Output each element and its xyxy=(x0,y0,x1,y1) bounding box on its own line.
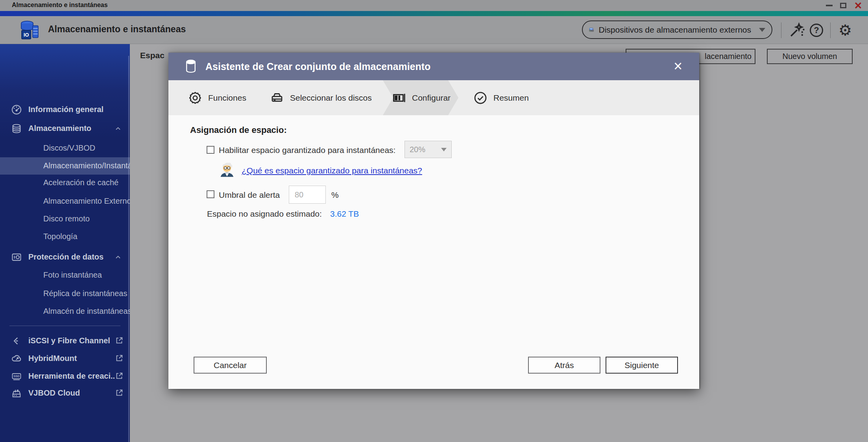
sidebar-item-almacenamiento-instantaneas[interactable]: Almacenamiento/Instantá... xyxy=(0,157,130,175)
gauge-icon xyxy=(11,104,22,115)
external-link-icon xyxy=(115,389,124,397)
disk-drive-icon xyxy=(270,91,284,105)
partition-icon xyxy=(392,91,406,105)
professor-help-icon xyxy=(219,161,235,178)
wizard-steps-bar: Funciones Seleccionar los discos Configu… xyxy=(168,80,699,115)
guaranteed-snapshot-space-checkbox[interactable] xyxy=(207,146,214,154)
disks-icon xyxy=(11,123,22,134)
ssd-drive-icon: SSD xyxy=(11,371,22,382)
chevron-down-icon xyxy=(759,28,765,32)
what-is-guaranteed-space-link[interactable]: ¿Qué es espacio garantizado para instant… xyxy=(242,166,422,175)
header-divider xyxy=(781,22,781,38)
chevron-up-icon xyxy=(114,125,122,133)
gear-icon: ⚙ xyxy=(838,22,852,39)
maximize-button[interactable] xyxy=(838,0,848,11)
svg-text:IO: IO xyxy=(24,32,29,38)
page-heading-partial: Espac xyxy=(140,51,164,60)
guaranteed-space-percent-value: 20% xyxy=(410,145,441,154)
check-circle-icon xyxy=(473,91,488,105)
external-link-icon xyxy=(115,336,124,345)
sidebar-item-almacenamiento-externo[interactable]: Almacenamiento Externo xyxy=(0,193,130,210)
guaranteed-snapshot-space-label: Habilitar espacio garantizado para insta… xyxy=(219,145,395,155)
storage-pool-icon xyxy=(185,59,197,74)
dialog-title: Asistente de Crear conjunto de almacenam… xyxy=(205,61,430,72)
alert-threshold-checkbox[interactable] xyxy=(207,190,214,198)
minimize-button[interactable] xyxy=(824,0,834,11)
alert-threshold-label: Umbral de alerta xyxy=(219,190,280,200)
sidebar-item-replica-instantaneas[interactable]: Réplica de instantáneas xyxy=(0,285,130,302)
cloud-sync-icon xyxy=(11,353,22,364)
question-mark-icon: ? xyxy=(810,24,823,37)
sidebar-item-herramienta-creacion[interactable]: SSD Herramienta de creaci.. xyxy=(0,368,130,385)
external-link-icon xyxy=(115,354,124,363)
window-close-button[interactable]: ✕ xyxy=(852,0,864,11)
sidebar-item-almacenamiento[interactable]: Almacenamiento xyxy=(0,120,130,137)
svg-text:SSD: SSD xyxy=(13,374,20,378)
settings-button[interactable]: ⚙ xyxy=(837,22,854,39)
back-button[interactable]: Atrás xyxy=(528,357,600,374)
chevron-up-icon xyxy=(114,253,122,261)
sidebar-nav: Información general Almacenamiento Disco… xyxy=(0,44,130,442)
percent-sign: % xyxy=(331,190,339,200)
features-badge-icon xyxy=(188,91,202,105)
step-seleccionar-discos: Seleccionar los discos xyxy=(270,80,372,115)
dialog-close-button[interactable]: × xyxy=(669,57,687,76)
help-button[interactable]: ? xyxy=(808,22,825,39)
create-storage-pool-wizard-dialog: Asistente de Crear conjunto de almacenam… xyxy=(168,53,699,389)
camera-icon xyxy=(11,252,22,263)
external-storage-devices-dropdown[interactable]: RAID Dispositivos de almacenamiento exte… xyxy=(582,20,772,39)
svg-text:RAID: RAID xyxy=(590,28,593,29)
iscsi-icon xyxy=(11,335,22,346)
sidebar-item-vjbod-cloud[interactable]: VJBOD Cloud xyxy=(0,385,130,402)
new-volume-button[interactable]: Nuevo volumen xyxy=(767,49,853,64)
sidebar-item-almacen-instantaneas[interactable]: Almacén de instantáneas xyxy=(0,303,130,320)
minimize-icon xyxy=(826,5,833,6)
external-link-icon xyxy=(115,372,124,380)
sidebar-item-disco-remoto[interactable]: Disco remoto xyxy=(0,210,130,228)
magic-wand-icon xyxy=(788,22,805,39)
next-button[interactable]: Siguiente xyxy=(606,357,678,374)
app-title: Almacenamiento e instantáneas xyxy=(48,24,186,35)
sidebar-divider xyxy=(9,326,120,326)
sidebar-item-informacion-general[interactable]: Información general xyxy=(0,101,130,118)
guaranteed-space-percent-dropdown[interactable]: 20% xyxy=(404,141,452,158)
accent-gradient-strip xyxy=(0,11,868,16)
space-allocation-heading: Asignación de espacio: xyxy=(190,125,287,135)
step-resumen: Resumen xyxy=(473,80,529,115)
device-selector-label: Dispositivos de almacenamiento externos xyxy=(598,25,751,35)
storage-snapshots-app-icon: IO xyxy=(18,19,42,41)
unallocated-space-label: Espacio no asignado estimado: xyxy=(207,209,322,219)
window-titlebar: Almacenamiento e instantáneas xyxy=(0,0,868,11)
unallocated-space-value: 3.62 TB xyxy=(330,209,359,219)
window-title: Almacenamiento e instantáneas xyxy=(12,2,108,9)
app-header: IO Almacenamiento e instantáneas RAID Di… xyxy=(0,16,868,44)
sidebar-item-discos-vjbod[interactable]: Discos/VJBOD xyxy=(0,140,130,157)
sidebar-item-proteccion-datos[interactable]: Protección de datos xyxy=(0,249,130,266)
cancel-button[interactable]: Cancelar xyxy=(194,357,267,374)
sidebar-item-topologia[interactable]: Topología xyxy=(0,228,130,245)
wizard-wand-button[interactable] xyxy=(788,22,805,39)
sidebar-item-foto-instantanea[interactable]: Foto instantánea xyxy=(0,267,130,284)
vjbod-cloud-drive-icon xyxy=(11,388,22,399)
alert-threshold-input[interactable] xyxy=(289,186,326,204)
header-divider xyxy=(830,22,831,38)
dialog-header: Asistente de Crear conjunto de almacenam… xyxy=(168,53,699,80)
sidebar-item-iscsi-fibre-channel[interactable]: iSCSI y Fibre Channel xyxy=(0,332,130,350)
maximize-icon xyxy=(840,3,846,8)
step-configurar-active: Configurar xyxy=(392,80,451,115)
raid-device-icon: RAID xyxy=(589,24,594,36)
step-funciones: Funciones xyxy=(188,80,246,115)
sidebar-item-hybridmount[interactable]: HybridMount xyxy=(0,350,130,367)
close-icon: ✕ xyxy=(854,2,862,9)
chevron-down-icon xyxy=(441,148,447,151)
sidebar-item-aceleracion-cache[interactable]: Aceleración de caché xyxy=(0,174,130,192)
